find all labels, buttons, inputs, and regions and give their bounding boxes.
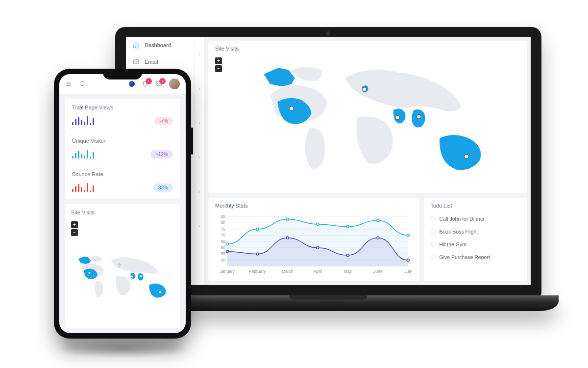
todo-label: Call John for Dinner [440, 216, 485, 222]
svg-point-47 [131, 275, 133, 278]
laptop-row-2: Monthly Stats 5055606570758085JanuaryFeb… [208, 198, 527, 281]
todo-item[interactable]: Hit the Gym [431, 238, 520, 251]
sidebar-item-dashboard[interactable]: Dashboard [126, 37, 194, 53]
zoom-in-button[interactable]: + [71, 221, 78, 228]
stat-card: Total Page Views -7% [65, 99, 180, 132]
sidebar-collapse-column: › › › › › › [195, 37, 204, 285]
svg-point-42 [407, 259, 409, 262]
change-chip: 33% [153, 184, 173, 192]
phone-screen: ! 3 Total Page Views -7% Unique Visitor … [59, 74, 186, 333]
world-map[interactable] [225, 55, 522, 188]
stat-title: Bounce Rate [72, 171, 173, 177]
avatar[interactable] [169, 79, 180, 89]
phone-shadow [56, 339, 189, 358]
todo-item[interactable]: Book Boss Flight [431, 225, 520, 238]
status-dot [129, 81, 135, 87]
sparkline-icon [72, 115, 94, 125]
mail-icon[interactable]: 3 [155, 80, 162, 87]
phone-site-visits-card: Site Visits + − [65, 204, 180, 328]
svg-text:July: July [404, 269, 412, 274]
stat-card: Bounce Rate 33% [65, 165, 180, 199]
svg-point-33 [346, 225, 349, 228]
svg-text:80: 80 [220, 220, 225, 225]
svg-point-43 [80, 81, 84, 85]
svg-point-36 [226, 250, 228, 253]
menu-icon[interactable] [65, 80, 72, 87]
svg-text:April: April [314, 269, 322, 274]
stat-title: Total Page Views [72, 105, 173, 110]
stat-card: Unique Visitor ~12% [65, 132, 180, 165]
svg-text:70: 70 [220, 233, 225, 237]
monthly-stats-card: Monthly Stats 5055606570758085JanuaryFeb… [208, 198, 419, 281]
radio-icon [431, 216, 436, 221]
radio-icon [431, 242, 436, 247]
svg-point-32 [317, 223, 319, 225]
chevron-right-icon[interactable]: › [195, 71, 204, 105]
card-title: Monthly Stats [215, 203, 412, 209]
svg-text:50: 50 [220, 258, 225, 263]
zoom-in-button[interactable]: + [215, 57, 222, 64]
phone-header: ! 3 [59, 74, 186, 94]
mail-icon [133, 58, 140, 65]
chevron-right-icon[interactable]: › [195, 105, 204, 140]
map-zoom-controls: + − [215, 57, 222, 73]
todo-label: Book Boss Flight [440, 229, 478, 235]
svg-point-1 [290, 106, 294, 110]
svg-point-49 [159, 291, 161, 293]
svg-point-39 [317, 246, 319, 249]
svg-text:85: 85 [220, 214, 225, 219]
phone-body: Total Page Views -7% Unique Visitor ~12%… [59, 94, 186, 333]
svg-text:75: 75 [220, 227, 225, 232]
phone-frame: ! 3 Total Page Views -7% Unique Visitor … [54, 69, 191, 339]
card-title: Site Visits [215, 46, 520, 52]
home-icon [133, 42, 140, 49]
svg-point-5 [465, 155, 468, 158]
mail-badge: 3 [159, 78, 166, 84]
radio-icon [431, 229, 436, 234]
chevron-right-icon[interactable]: › [195, 140, 204, 174]
svg-point-35 [407, 234, 409, 237]
todo-list-card: Todo List Call John for DinnerBook Boss … [424, 198, 527, 281]
svg-text:55: 55 [220, 251, 225, 256]
svg-text:January: January [220, 269, 235, 274]
bell-badge: ! [146, 78, 152, 84]
svg-rect-0 [134, 60, 139, 64]
chevron-right-icon[interactable]: › [195, 209, 204, 243]
zoom-out-button[interactable]: − [215, 65, 222, 72]
svg-point-30 [256, 228, 259, 230]
search-icon[interactable] [79, 80, 86, 87]
svg-point-48 [140, 275, 142, 278]
svg-point-46 [118, 264, 120, 266]
svg-point-4 [417, 115, 421, 119]
svg-point-41 [377, 237, 379, 239]
stat-title: Unique Visitor [72, 138, 173, 144]
chevron-right-icon[interactable]: › [195, 174, 204, 209]
radio-icon [431, 255, 436, 260]
todo-label: Give Purchase Report [440, 254, 490, 260]
todo-item[interactable]: Call John for Dinner [431, 212, 520, 225]
todo-item[interactable]: Give Purchase Report [431, 251, 520, 263]
svg-point-29 [226, 243, 228, 245]
svg-point-40 [346, 254, 349, 257]
card-title: Todo List [431, 203, 520, 209]
change-chip: ~12% [150, 150, 173, 158]
svg-point-2 [362, 87, 366, 91]
sparkline-icon [72, 149, 94, 158]
monthly-stats-chart[interactable]: 5055606570758085JanuaryFebruaryMarchApri… [215, 212, 412, 276]
svg-text:June: June [373, 269, 383, 274]
card-title: Site Visits [71, 210, 174, 215]
svg-point-38 [286, 237, 289, 239]
svg-text:65: 65 [220, 239, 225, 244]
sidebar-label: Dashboard [145, 42, 171, 48]
todo-label: Hit the Gym [440, 241, 466, 247]
svg-text:May: May [344, 269, 352, 274]
chevron-right-icon[interactable]: › [195, 37, 204, 71]
world-map-small[interactable] [69, 232, 176, 324]
svg-text:60: 60 [220, 245, 225, 250]
sparkline-icon [72, 182, 94, 192]
svg-point-37 [256, 253, 259, 255]
laptop-main: Site Visits + − [204, 37, 531, 285]
svg-point-3 [395, 115, 399, 119]
bell-icon[interactable]: ! [142, 80, 148, 87]
sidebar-item-email[interactable]: Email [126, 53, 194, 70]
